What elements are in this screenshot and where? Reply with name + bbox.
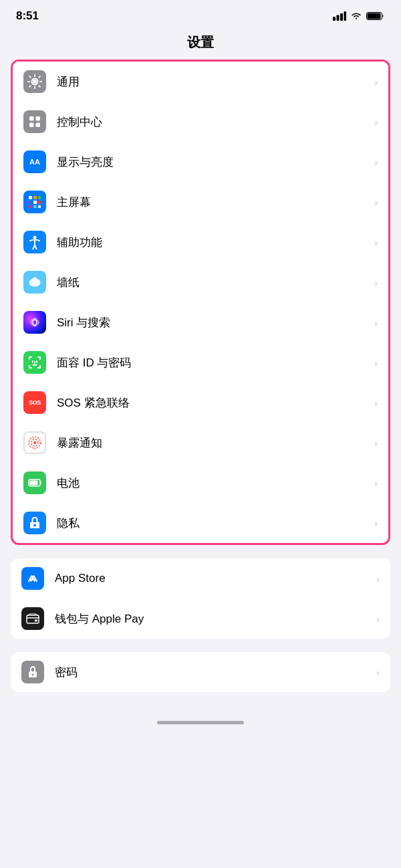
settings-row-display[interactable]: AA 显示与亮度 ›	[13, 142, 388, 182]
wallpaper-chevron: ›	[374, 277, 378, 288]
accessibility-chevron: ›	[374, 237, 378, 248]
status-icons	[333, 11, 385, 21]
svg-rect-5	[368, 13, 381, 19]
control-center-label: 控制中心	[57, 114, 369, 130]
exposure-label: 暴露通知	[57, 435, 369, 451]
svg-rect-13	[33, 196, 37, 199]
svg-rect-12	[29, 196, 32, 199]
general-chevron: ›	[374, 76, 378, 88]
svg-rect-11	[36, 123, 41, 128]
settings-row-battery[interactable]: 电池 ›	[13, 463, 388, 503]
battery-label: 电池	[57, 475, 369, 491]
svg-rect-14	[38, 196, 41, 199]
svg-rect-17	[38, 201, 41, 204]
accessibility-icon	[23, 231, 46, 253]
settings-row-exposure[interactable]: 暴露通知 ›	[13, 423, 388, 463]
battery-chevron: ›	[374, 477, 378, 489]
display-label: 显示与亮度	[57, 154, 369, 170]
passwords-chevron: ›	[376, 667, 380, 678]
home-indicator	[157, 721, 244, 724]
svg-point-23	[31, 318, 39, 326]
exposure-icon	[23, 431, 46, 454]
battery-icon	[366, 11, 385, 21]
svg-point-29	[33, 441, 36, 444]
accessibility-label: 辅助功能	[57, 235, 369, 250]
display-icon: AA	[23, 150, 46, 173]
svg-rect-35	[27, 615, 39, 623]
svg-point-21	[33, 236, 37, 239]
settings-row-siri[interactable]: Siri 与搜索 ›	[13, 302, 388, 342]
svg-point-25	[31, 320, 39, 324]
appstore-icon	[21, 567, 44, 590]
general-icon	[23, 70, 46, 93]
svg-rect-10	[29, 123, 34, 128]
settings-row-wallet[interactable]: 钱包与 Apple Pay ›	[11, 599, 390, 639]
wallpaper-label: 墙纸	[57, 275, 369, 290]
faceid-chevron: ›	[374, 357, 378, 368]
settings-row-homescreen[interactable]: 主屏幕 ›	[13, 182, 388, 222]
page-title: 设置	[0, 28, 401, 60]
sos-icon: SOS	[23, 391, 46, 414]
sos-chevron: ›	[374, 397, 378, 409]
svg-rect-15	[29, 201, 32, 204]
exposure-chevron: ›	[374, 437, 378, 449]
battery-row-icon	[23, 471, 46, 494]
section-apps: App Store › 钱包与 Apple Pay ›	[11, 558, 390, 639]
privacy-icon	[23, 512, 46, 534]
svg-point-38	[32, 674, 34, 676]
appstore-chevron: ›	[376, 573, 380, 584]
sos-label: SOS 紧急联络	[57, 395, 369, 411]
svg-rect-36	[35, 620, 37, 622]
passwords-icon	[21, 661, 44, 683]
svg-rect-0	[333, 17, 336, 21]
settings-row-sos[interactable]: SOS SOS 紧急联络 ›	[13, 383, 388, 423]
home-indicator-area	[0, 692, 401, 732]
svg-point-22	[33, 280, 37, 284]
privacy-chevron: ›	[374, 518, 378, 529]
svg-rect-1	[337, 15, 340, 21]
appstore-label: App Store	[55, 572, 371, 585]
display-chevron: ›	[374, 156, 378, 168]
control-center-icon	[23, 110, 46, 133]
privacy-label: 隐私	[57, 516, 369, 531]
section-passwords: 密码 ›	[11, 652, 390, 692]
section-main: 通用 › 控制中心 › AA 显示与亮度 ›	[11, 60, 390, 545]
control-center-chevron: ›	[374, 116, 378, 128]
svg-point-6	[33, 80, 37, 84]
signal-icon	[333, 11, 346, 21]
settings-row-faceid[interactable]: 面容 ID 与密码 ›	[13, 342, 388, 383]
siri-chevron: ›	[374, 317, 378, 328]
passwords-label: 密码	[55, 665, 371, 680]
svg-rect-2	[340, 13, 343, 21]
wallet-chevron: ›	[376, 613, 380, 625]
svg-rect-33	[30, 481, 38, 485]
settings-row-general[interactable]: 通用 ›	[13, 62, 388, 102]
status-bar: 8:51	[0, 0, 401, 28]
faceid-label: 面容 ID 与密码	[57, 355, 369, 370]
homescreen-icon	[23, 191, 46, 213]
settings-row-privacy[interactable]: 隐私 ›	[13, 503, 388, 543]
svg-point-34	[33, 524, 36, 527]
wallet-label: 钱包与 Apple Pay	[55, 611, 371, 627]
homescreen-chevron: ›	[374, 197, 378, 208]
wallpaper-icon	[23, 271, 46, 294]
svg-rect-20	[38, 205, 41, 208]
svg-rect-3	[344, 11, 347, 21]
settings-row-passwords[interactable]: 密码 ›	[11, 652, 390, 692]
faceid-icon	[23, 351, 46, 374]
wifi-icon	[350, 11, 362, 21]
svg-rect-9	[36, 116, 41, 121]
settings-row-control-center[interactable]: 控制中心 ›	[13, 102, 388, 142]
settings-row-accessibility[interactable]: 辅助功能 ›	[13, 222, 388, 262]
siri-label: Siri 与搜索	[57, 315, 369, 330]
homescreen-label: 主屏幕	[57, 195, 369, 210]
wallet-icon	[21, 607, 44, 630]
settings-row-appstore[interactable]: App Store ›	[11, 558, 390, 599]
svg-rect-18	[29, 205, 32, 208]
settings-row-wallpaper[interactable]: 墙纸 ›	[13, 262, 388, 302]
siri-icon	[23, 311, 46, 334]
general-label: 通用	[57, 74, 369, 90]
svg-rect-8	[29, 116, 34, 121]
svg-rect-19	[33, 205, 37, 208]
status-time: 8:51	[16, 9, 39, 23]
